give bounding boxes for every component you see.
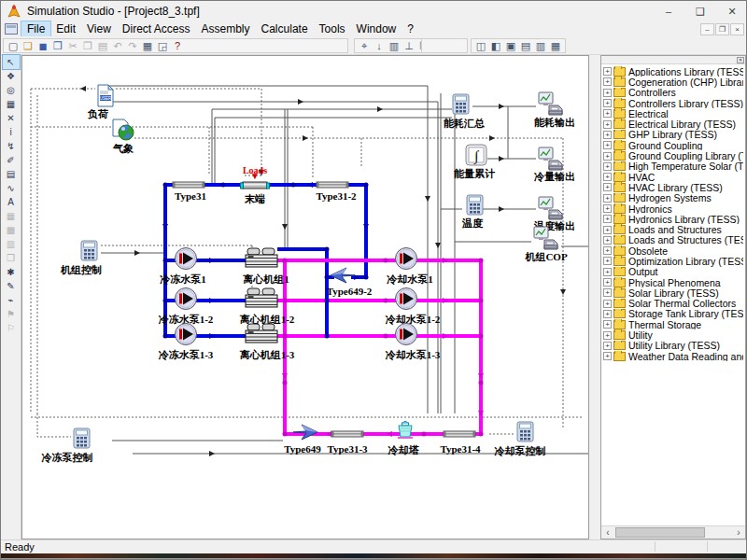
menu-file[interactable]: File xyxy=(21,21,50,36)
tree-item-electrical-library-tess[interactable]: +Electrical Library (TESS) xyxy=(603,119,743,129)
expand-plus-icon[interactable]: + xyxy=(603,320,612,329)
menu-assembly[interactable]: Assembly xyxy=(196,21,256,36)
library-hscrollbar[interactable]: ‹ › xyxy=(601,525,745,539)
expand-plus-icon[interactable]: + xyxy=(603,67,612,76)
signal-tool[interactable]: ∿ xyxy=(3,181,20,195)
tree-item-ground-coupling[interactable]: +Ground Coupling xyxy=(603,140,743,150)
expand-plus-icon[interactable]: + xyxy=(603,331,612,340)
tree-item-loads-and-structures[interactable]: +Loads and Structures xyxy=(603,224,743,234)
gear-tool[interactable]: ✱ xyxy=(3,265,20,279)
grid-tool[interactable]: ▦ xyxy=(3,209,20,223)
expand-plus-icon[interactable]: + xyxy=(603,109,612,118)
redo-icon[interactable]: ↷ xyxy=(125,39,140,52)
flag-tool[interactable]: ⚑ xyxy=(3,307,20,321)
tree-item-controllers-library-tess[interactable]: +Controllers Library (TESS) xyxy=(603,98,743,108)
expand-plus-icon[interactable]: + xyxy=(603,246,612,255)
scroll-right-icon[interactable]: › xyxy=(732,526,745,539)
link-tool-icon[interactable]: ⌖ xyxy=(357,39,372,52)
component-pipe-type31-4[interactable] xyxy=(443,426,476,442)
expand-plus-icon[interactable]: + xyxy=(603,173,612,181)
link-tool[interactable]: ↯ xyxy=(3,139,20,153)
grid2-tool[interactable]: ▩ xyxy=(3,223,20,237)
zoom-tool[interactable]: ◎ xyxy=(3,83,20,97)
component-chiller-1-2[interactable] xyxy=(244,287,279,314)
component-pipe-type31-3[interactable] xyxy=(331,426,364,442)
minimize-button[interactable]: – xyxy=(653,1,684,21)
expand-plus-icon[interactable]: + xyxy=(603,268,612,276)
expand-plus-icon[interactable]: + xyxy=(603,236,612,245)
scroll-thumb[interactable] xyxy=(615,527,705,538)
print-preview-icon[interactable]: ◲ xyxy=(155,39,170,52)
expand-plus-icon[interactable]: + xyxy=(603,310,612,318)
menu-window[interactable]: Window xyxy=(351,21,402,36)
tree-item-utility-library-tess[interactable]: +Utility Library (TESS) xyxy=(603,341,743,351)
component-integrator-energy[interactable]: ∫ xyxy=(465,144,487,170)
tree-item-thermal-storage[interactable]: +Thermal Storage xyxy=(603,319,743,329)
tree-item-applications-library-tess[interactable]: +Applications Library (TESS) xyxy=(603,66,743,77)
undo-icon[interactable]: ↶ xyxy=(110,39,125,52)
run-tool[interactable]: ⌁ xyxy=(3,293,20,307)
new-icon[interactable]: ▢ xyxy=(6,39,21,52)
select-tool[interactable]: ↖ xyxy=(3,55,20,69)
tree-item-controllers[interactable]: +Controllers xyxy=(603,88,743,98)
component-cw-pump-1-2[interactable] xyxy=(393,286,419,315)
copy-icon[interactable]: ❐ xyxy=(80,39,95,52)
expand-plus-icon[interactable]: + xyxy=(603,257,612,265)
component-chiller-1-3[interactable] xyxy=(244,323,279,349)
anchor-icon[interactable]: ⊥ xyxy=(402,39,416,52)
tree-item-solar-library-tess[interactable]: +Solar Library (TESS) xyxy=(603,287,743,298)
component-chw-pump-1[interactable] xyxy=(173,245,199,275)
cut-icon[interactable]: ✂ xyxy=(65,39,80,52)
tree-item-hvac-library-tess[interactable]: +HVAC Library (TESS) xyxy=(603,182,743,192)
arrange-icon[interactable]: ▣ xyxy=(503,39,518,52)
maximize-button[interactable]: ❑ xyxy=(684,1,716,21)
stamp-tool[interactable]: ▤ xyxy=(3,167,20,181)
tree-item-physical-phenomena[interactable]: +Physical Phenomena xyxy=(603,277,743,287)
menu-edit[interactable]: Edit xyxy=(50,21,81,36)
mdi-restore-button[interactable]: ❐ xyxy=(715,23,729,35)
expand-plus-icon[interactable]: + xyxy=(603,194,612,203)
open-folder-icon[interactable]: ❏ xyxy=(21,39,35,52)
component-chiller-1[interactable] xyxy=(244,247,279,273)
expand-plus-icon[interactable]: + xyxy=(603,352,612,360)
schematic-canvas[interactable]: USER负荷气象Type31末端Loads▼Type31-2冷冻水泵1冷冻水泵1… xyxy=(21,55,589,539)
mdi-minimize-button[interactable]: – xyxy=(700,23,714,35)
menu-direct-access[interactable]: Direct Access xyxy=(117,21,196,36)
flag2-tool[interactable]: ⚐ xyxy=(3,321,20,335)
tree-item-output[interactable]: +Output xyxy=(603,267,743,277)
component-calc-chw-pump-control[interactable] xyxy=(73,427,92,454)
wrench-tool[interactable]: ✐ xyxy=(3,153,20,167)
expand-plus-icon[interactable]: + xyxy=(603,278,612,287)
menu-?[interactable]: ? xyxy=(402,21,419,36)
expand-plus-icon[interactable]: + xyxy=(603,99,612,107)
component-calc-cw-pump-control[interactable] xyxy=(516,421,535,447)
save-icon[interactable]: ◼ xyxy=(35,39,50,52)
tree-item-obsolete[interactable]: +Obsolete xyxy=(603,245,743,256)
expand-plus-icon[interactable]: + xyxy=(603,141,612,149)
expand-plus-icon[interactable]: + xyxy=(603,120,612,129)
mdi-document-icon[interactable] xyxy=(5,23,18,35)
mdi-close-button[interactable]: × xyxy=(730,23,744,35)
expand-plus-icon[interactable]: + xyxy=(603,226,612,234)
expand-plus-icon[interactable]: + xyxy=(603,131,612,139)
grid-icon[interactable]: ▦ xyxy=(548,39,563,52)
component-cw-pump-1-3[interactable] xyxy=(393,321,419,351)
tree-item-hydronics[interactable]: +Hydronics xyxy=(603,203,743,214)
tree-item-ghp-library-tess[interactable]: +GHP Library (TESS) xyxy=(603,130,743,140)
expand-plus-icon[interactable]: + xyxy=(603,89,612,97)
tile-icon[interactable]: ◧ xyxy=(488,39,503,52)
table-icon[interactable]: ▥ xyxy=(387,39,402,52)
help-icon[interactable]: ? xyxy=(170,39,185,52)
component-calc-energy-sum[interactable] xyxy=(452,93,471,119)
split-icon[interactable]: ▥ xyxy=(533,39,548,52)
tree-item-storage-tank-library-tess[interactable]: +Storage Tank Library (TESS) xyxy=(603,309,743,319)
info-tool[interactable]: i xyxy=(3,125,20,139)
tree-item-hydronics-library-tess[interactable]: +Hydronics Library (TESS) xyxy=(603,214,743,224)
expand-plus-icon[interactable]: + xyxy=(603,77,612,86)
drop-icon[interactable]: ↓ xyxy=(372,39,387,52)
expand-plus-icon[interactable]: + xyxy=(603,162,612,171)
tree-item-hydrogen-systems[interactable]: +Hydrogen Systems xyxy=(603,193,743,203)
panel-close-icon[interactable]: × xyxy=(737,57,744,63)
pan-tool[interactable]: ❖ xyxy=(3,69,20,83)
component-calc-unit-control[interactable] xyxy=(80,240,99,266)
